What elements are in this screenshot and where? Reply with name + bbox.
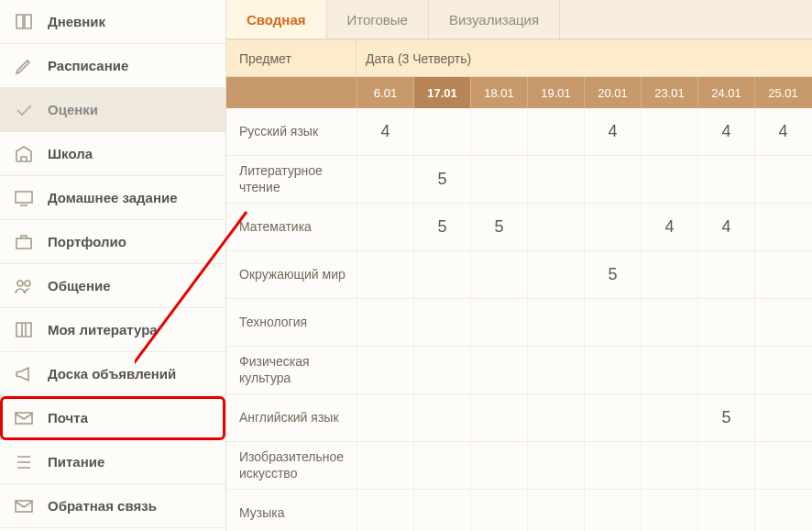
date-col-0[interactable]: 6.01 <box>357 77 413 108</box>
grade-cell[interactable]: 4 <box>357 108 413 155</box>
grade-cell[interactable] <box>754 156 811 203</box>
grade-cell[interactable] <box>413 251 470 298</box>
grade-cell[interactable] <box>697 442 754 489</box>
sidebar-item-2[interactable]: Оценки <box>0 88 225 132</box>
date-col-6[interactable]: 24.01 <box>697 77 754 108</box>
grade-cell[interactable] <box>584 490 641 531</box>
grade-cell[interactable] <box>527 204 584 250</box>
grade-cell[interactable] <box>754 394 811 441</box>
grade-cell[interactable] <box>697 156 754 203</box>
grade-cell[interactable] <box>641 394 697 441</box>
grade-cell[interactable] <box>357 490 413 531</box>
grade-cell[interactable] <box>697 251 754 298</box>
tab-1[interactable]: Итоговые <box>327 0 429 39</box>
date-col-5[interactable]: 23.01 <box>641 77 697 108</box>
grade-cell[interactable] <box>584 156 641 203</box>
grade-cell[interactable] <box>413 394 470 441</box>
grade-cell[interactable]: 5 <box>584 251 641 298</box>
grade-cell[interactable] <box>754 490 811 531</box>
grade-cell[interactable] <box>470 251 527 298</box>
grade-cell[interactable] <box>527 299 584 346</box>
grade-cell[interactable]: 4 <box>697 108 754 155</box>
grade-cell[interactable] <box>584 394 641 441</box>
grade-cell[interactable]: 5 <box>697 394 754 441</box>
grade-cell[interactable] <box>754 299 811 346</box>
grade-cell[interactable] <box>754 347 811 393</box>
sidebar-item-6[interactable]: Общение <box>0 264 225 308</box>
date-col-7[interactable]: 25.01 <box>754 77 811 108</box>
date-col-4[interactable]: 20.01 <box>584 77 641 108</box>
sidebar-item-8[interactable]: Доска объявлений <box>0 352 225 396</box>
grade-cell[interactable] <box>641 442 697 489</box>
subject-name: Английский язык <box>226 403 357 434</box>
grade-cell[interactable] <box>754 442 811 489</box>
grade-cell[interactable] <box>527 347 584 393</box>
grade-cell[interactable] <box>470 442 527 489</box>
sidebar-item-label: Моя литература <box>48 322 158 337</box>
grade-cell[interactable] <box>641 156 697 203</box>
filter-date[interactable]: Дата (3 Четверть) <box>357 40 812 76</box>
grade-cell[interactable] <box>527 442 584 489</box>
grade-cell[interactable] <box>470 156 527 203</box>
grade-cell[interactable]: 4 <box>584 108 641 155</box>
grade-cell[interactable] <box>641 108 697 155</box>
grade-cell[interactable] <box>413 108 470 155</box>
sidebar-item-1[interactable]: Расписание <box>0 44 225 88</box>
grade-cell[interactable] <box>470 347 527 393</box>
grade-cell[interactable] <box>697 299 754 346</box>
sidebar-item-5[interactable]: Портфолио <box>0 220 225 264</box>
grade-cell[interactable] <box>357 204 413 250</box>
tab-2[interactable]: Визуализация <box>429 0 560 39</box>
sidebar-item-0[interactable]: Дневник <box>0 0 225 44</box>
filter-subject[interactable]: Предмет <box>226 40 357 76</box>
sidebar-item-10[interactable]: Питание <box>0 440 225 484</box>
date-col-2[interactable]: 18.01 <box>470 77 527 108</box>
grade-cell[interactable] <box>754 251 811 298</box>
grade-cell[interactable]: 4 <box>641 204 697 250</box>
check-icon <box>13 99 35 121</box>
sidebar-item-7[interactable]: Моя литература <box>0 308 225 352</box>
grade-cell[interactable]: 4 <box>697 204 754 250</box>
grade-cell[interactable] <box>584 442 641 489</box>
grade-cell[interactable] <box>697 490 754 531</box>
grade-cell[interactable] <box>754 204 811 250</box>
grade-cell[interactable] <box>357 156 413 203</box>
grade-cell[interactable] <box>527 490 584 531</box>
grade-cell[interactable] <box>413 299 470 346</box>
grade-cell[interactable] <box>357 394 413 441</box>
sidebar-item-3[interactable]: Школа <box>0 132 225 176</box>
grade-cell[interactable] <box>584 204 641 250</box>
grade-cell[interactable] <box>584 347 641 393</box>
grade-cell[interactable] <box>357 251 413 298</box>
date-col-3[interactable]: 19.01 <box>527 77 584 108</box>
grade-cell[interactable] <box>470 108 527 155</box>
grade-cell[interactable] <box>413 347 470 393</box>
grade-cell[interactable] <box>413 490 470 531</box>
sidebar-item-4[interactable]: Домашнее задание <box>0 176 225 220</box>
grade-cell[interactable] <box>413 442 470 489</box>
grade-cell[interactable] <box>641 490 697 531</box>
grade-cell[interactable] <box>527 156 584 203</box>
grade-cell[interactable] <box>641 251 697 298</box>
grade-cell[interactable] <box>584 299 641 346</box>
sidebar-item-9[interactable]: Почта <box>0 396 225 440</box>
grade-cell[interactable] <box>527 108 584 155</box>
grade-cell[interactable]: 4 <box>754 108 811 155</box>
grade-cell[interactable] <box>470 394 527 441</box>
grade-cell[interactable]: 5 <box>413 204 470 250</box>
sidebar-item-11[interactable]: Обратная связь <box>0 484 225 528</box>
grade-cell[interactable]: 5 <box>413 156 470 203</box>
grade-cell[interactable] <box>357 299 413 346</box>
grade-cell[interactable] <box>357 442 413 489</box>
grade-cell[interactable] <box>527 394 584 441</box>
grade-cell[interactable] <box>357 347 413 393</box>
grade-cell[interactable] <box>470 299 527 346</box>
grade-cell[interactable] <box>470 490 527 531</box>
grade-cell[interactable] <box>641 347 697 393</box>
grade-cell[interactable] <box>641 299 697 346</box>
date-col-1[interactable]: 17.01 <box>413 77 470 108</box>
grade-cell[interactable]: 5 <box>470 204 527 250</box>
grade-cell[interactable] <box>697 347 754 393</box>
tab-0[interactable]: Сводная <box>226 0 327 39</box>
grade-cell[interactable] <box>527 251 584 298</box>
